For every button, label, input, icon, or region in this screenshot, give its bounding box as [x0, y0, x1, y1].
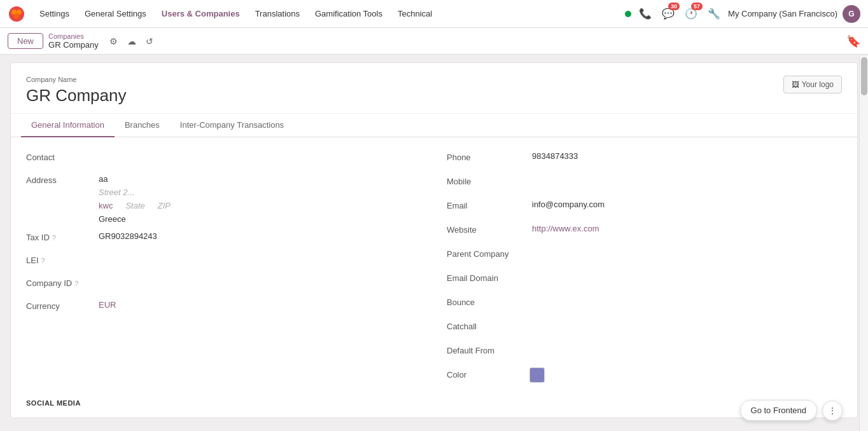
- company-header: Company Name GR Company 🖼 Your logo: [11, 63, 857, 114]
- phone-value[interactable]: 9834874333: [529, 150, 842, 162]
- email-row: Email info@company.com: [447, 198, 842, 216]
- address-state[interactable]: State: [123, 200, 147, 212]
- website-row: Website http://www.ex.com: [447, 222, 842, 240]
- company-name-label: Company Name: [26, 76, 127, 83]
- logo-button[interactable]: 🖼 Your logo: [783, 76, 842, 93]
- activities-btn[interactable]: 🕐 57: [682, 5, 700, 22]
- nav-gamification[interactable]: Gamification Tools: [309, 6, 389, 21]
- default-from-row: Default From: [447, 343, 842, 361]
- company-id-label: Company ID ?: [26, 276, 96, 288]
- tabs: General Information Branches Inter-Compa…: [11, 114, 857, 137]
- more-dots-icon: ⋮: [828, 406, 837, 416]
- parent-company-row: Parent Company: [447, 247, 842, 264]
- tab-general-information[interactable]: General Information: [21, 114, 115, 137]
- messages-btn[interactable]: 💬 30: [659, 5, 677, 22]
- breadcrumb-current: GR Company: [48, 40, 99, 50]
- svg-point-3: [14, 13, 19, 18]
- nav-users-companies[interactable]: Users & Companies: [155, 6, 246, 21]
- breadcrumb-bar: New Companies GR Company ⚙ ☁ ↺ 🔖: [0, 28, 868, 55]
- cloud-action-btn[interactable]: ☁: [124, 34, 139, 49]
- navbar-right: 📞 💬 30 🕐 57 🔧 My Company (San Francisco)…: [625, 5, 860, 23]
- email-label: Email: [447, 198, 529, 210]
- address-inline: kwc State ZIP: [96, 200, 173, 212]
- logo-btn-label: Your logo: [802, 80, 834, 89]
- gear-action-btn[interactable]: ⚙: [106, 34, 122, 49]
- phone-row: Phone 9834874333: [447, 150, 842, 168]
- image-icon: 🖼: [792, 80, 799, 89]
- parent-company-value[interactable]: [529, 247, 842, 249]
- social-media-title: SOCIAL MEDIA: [11, 399, 857, 412]
- address-block: aa Street 2... kwc State ZIP Greece: [96, 173, 173, 225]
- tab-inter-company[interactable]: Inter-Company Transactions: [170, 114, 294, 137]
- tax-id-help-icon[interactable]: ?: [52, 234, 56, 242]
- mobile-row: Mobile: [447, 174, 842, 192]
- brand-logo[interactable]: [8, 5, 25, 23]
- lei-help-icon[interactable]: ?: [41, 257, 45, 264]
- main-content: Company Name GR Company 🖼 Your logo Gene…: [10, 62, 858, 418]
- contact-value: [96, 150, 421, 153]
- contact-row: Contact: [26, 150, 421, 168]
- company-id-help-icon[interactable]: ?: [74, 280, 78, 287]
- color-swatch[interactable]: [529, 367, 545, 383]
- tax-id-value[interactable]: GR9032894243: [96, 230, 421, 242]
- breadcrumb-actions: ⚙ ☁ ↺: [106, 34, 157, 49]
- parent-company-label: Parent Company: [447, 247, 529, 259]
- breadcrumb-parent[interactable]: Companies: [48, 32, 99, 40]
- company-id-value[interactable]: [96, 276, 421, 278]
- tax-id-label: Tax ID ?: [26, 230, 96, 242]
- go-frontend-button[interactable]: Go to Frontend: [740, 400, 817, 421]
- nav-general-settings[interactable]: General Settings: [78, 6, 153, 21]
- bounce-label: Bounce: [447, 295, 529, 307]
- currency-row: Currency EUR: [26, 299, 421, 317]
- email-domain-value[interactable]: [529, 271, 842, 273]
- bookmark-btn[interactable]: 🔖: [846, 34, 860, 48]
- left-form: Contact Address aa Street 2... kwc State…: [26, 150, 421, 392]
- gear-icon: ⚙: [109, 36, 118, 46]
- bounce-value[interactable]: [529, 295, 842, 298]
- nav-technical[interactable]: Technical: [391, 6, 438, 21]
- status-indicator: [625, 11, 631, 17]
- email-domain-row: Email Domain: [447, 271, 842, 289]
- email-value[interactable]: info@company.com: [529, 198, 842, 210]
- user-avatar[interactable]: G: [843, 5, 860, 23]
- currency-label: Currency: [26, 299, 96, 311]
- currency-value[interactable]: EUR: [96, 299, 421, 311]
- address-street2[interactable]: Street 2...: [96, 186, 173, 198]
- new-button[interactable]: New: [8, 33, 43, 49]
- tax-id-row: Tax ID ? GR9032894243: [26, 230, 421, 248]
- bottom-float: Go to Frontend ⋮: [740, 400, 843, 421]
- address-zip[interactable]: ZIP: [155, 200, 173, 212]
- nav-translations[interactable]: Translations: [249, 6, 306, 21]
- undo-icon: ↺: [146, 36, 153, 46]
- website-value[interactable]: http://www.ex.com: [529, 222, 842, 235]
- default-from-value[interactable]: [529, 343, 842, 346]
- catchall-value[interactable]: [529, 319, 842, 322]
- address-country[interactable]: Greece: [96, 213, 173, 225]
- wrench-btn[interactable]: 🔧: [705, 5, 723, 22]
- address-line1[interactable]: aa: [96, 173, 173, 185]
- address-city[interactable]: kwc: [96, 200, 115, 212]
- undo-action-btn[interactable]: ↺: [142, 34, 157, 49]
- default-from-label: Default From: [447, 343, 529, 355]
- company-name-value[interactable]: GR Company: [26, 86, 127, 106]
- scroll-thumb[interactable]: [861, 57, 867, 95]
- lei-value[interactable]: [96, 253, 421, 256]
- tab-branches[interactable]: Branches: [115, 114, 170, 137]
- scrollbar[interactable]: [859, 56, 868, 426]
- phone-label: Phone: [447, 150, 529, 162]
- contact-label: Contact: [26, 150, 96, 162]
- nav-settings[interactable]: Settings: [33, 6, 76, 21]
- bounce-row: Bounce: [447, 295, 842, 313]
- navbar: Settings General Settings Users & Compan…: [0, 0, 868, 28]
- mobile-value[interactable]: [529, 174, 842, 177]
- phone-icon-btn[interactable]: 📞: [636, 5, 654, 22]
- company-selector[interactable]: My Company (San Francisco): [728, 9, 837, 18]
- email-domain-label: Email Domain: [447, 271, 529, 283]
- right-form: Phone 9834874333 Mobile Email info@compa…: [447, 150, 842, 392]
- mobile-label: Mobile: [447, 174, 529, 186]
- color-row: Color: [447, 367, 842, 385]
- messages-badge: 30: [668, 3, 680, 10]
- more-options-button[interactable]: ⋮: [822, 400, 843, 421]
- company-name-block: Company Name GR Company: [26, 76, 127, 106]
- breadcrumb: Companies GR Company: [48, 32, 99, 50]
